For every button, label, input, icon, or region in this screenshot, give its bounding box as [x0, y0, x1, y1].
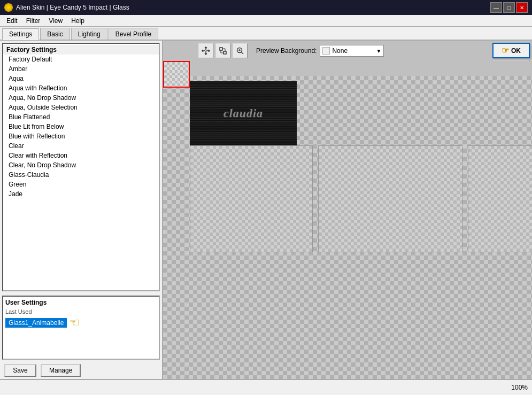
tab-lighting[interactable]: Lighting	[71, 28, 107, 40]
preview-thumbnail	[163, 61, 190, 88]
zoom-level: 100%	[511, 384, 528, 391]
title-controls: — □ ✕	[490, 2, 528, 13]
preview-bg-color-swatch	[322, 47, 330, 55]
ok-button[interactable]: ☞ OK	[492, 43, 530, 58]
preview-top-bar	[163, 61, 532, 76]
tab-basic[interactable]: Basic	[40, 28, 70, 40]
settings-item-blue-lit[interactable]: Blue Lit from Below	[3, 122, 159, 131]
settings-item-clear-no-drop[interactable]: Clear, No Drop Shadow	[3, 160, 159, 170]
preview-bg-value: None	[332, 47, 374, 55]
svg-line-3	[242, 52, 244, 55]
manage-button[interactable]: Manage	[41, 364, 81, 377]
settings-item-green[interactable]: Green	[3, 180, 159, 189]
menu-view[interactable]: View	[44, 16, 67, 26]
menu-bar: Edit Filter View Help	[0, 15, 532, 27]
left-panel: Factory Settings Factory Default Amber A…	[0, 41, 163, 379]
menu-edit[interactable]: Edit	[2, 16, 22, 26]
settings-item-aqua-reflection[interactable]: Aqua with Reflection	[3, 83, 159, 93]
user-settings-header: User Settings	[5, 299, 157, 306]
settings-item-blue-reflection[interactable]: Blue with Reflection	[3, 131, 159, 141]
maximize-button[interactable]: □	[503, 2, 515, 13]
zoom-icon[interactable]	[233, 43, 248, 58]
preview-box-left	[190, 145, 313, 252]
title-bar: Alien Skin | Eye Candy 5 Impact | Glass …	[0, 0, 532, 15]
tab-settings[interactable]: Settings	[2, 28, 39, 40]
center-preview-image: claudia	[190, 81, 297, 145]
user-settings-item[interactable]: Glass1_Animabelle	[5, 318, 67, 328]
settings-item-clear-reflection[interactable]: Clear with Reflection	[3, 151, 159, 160]
preview-bg-select[interactable]: None ▼	[320, 45, 384, 57]
minimize-button[interactable]: —	[490, 2, 502, 13]
svg-rect-1	[223, 51, 226, 54]
status-bar: 100%	[0, 379, 532, 395]
preview-canvas: claudia	[163, 76, 532, 379]
factory-settings-header: Factory Settings	[3, 45, 159, 55]
factory-settings-list[interactable]: Factory Settings Factory Default Amber A…	[2, 43, 160, 291]
save-button[interactable]: Save	[4, 364, 36, 377]
settings-item-aqua[interactable]: Aqua	[3, 74, 159, 83]
svg-rect-0	[220, 48, 222, 50]
user-settings-section: User Settings Last Used Glass1_Animabell…	[2, 296, 160, 360]
window-title: Alien Skin | Eye Candy 5 Impact | Glass	[16, 4, 129, 11]
close-button[interactable]: ✕	[516, 2, 528, 13]
tab-bar: Settings Basic Lighting Bevel Profile	[0, 27, 532, 41]
right-panel: Preview Background: None ▼ ☞ OK Cancel	[163, 41, 532, 379]
zoom-fit-icon[interactable]	[215, 43, 230, 58]
preview-bg-dropdown-icon: ▼	[376, 48, 381, 54]
bottom-buttons: Save Manage	[0, 362, 162, 379]
settings-item-blue-flattened[interactable]: Blue Flattened	[3, 112, 159, 122]
settings-item-factory-default[interactable]: Factory Default	[3, 55, 159, 64]
user-item-label: Glass1_Animabelle	[9, 319, 64, 327]
hand-pointer-icon: ☞	[69, 316, 80, 330]
settings-item-amber[interactable]: Amber	[3, 64, 159, 74]
menu-help[interactable]: Help	[67, 16, 89, 26]
user-settings-subheader: Last Used	[5, 308, 157, 315]
menu-filter[interactable]: Filter	[22, 16, 45, 26]
main-content: Factory Settings Factory Default Amber A…	[0, 41, 532, 379]
settings-item-aqua-no-drop[interactable]: Aqua, No Drop Shadow	[3, 93, 159, 103]
app-icon	[4, 3, 13, 12]
preview-box-center	[318, 145, 462, 252]
tab-bevel-profile[interactable]: Bevel Profile	[109, 28, 158, 40]
preview-area: claudia	[163, 61, 532, 379]
settings-item-glass-claudia[interactable]: Glass-Claudia	[3, 170, 159, 180]
preview-bg-label: Preview Background:	[256, 47, 317, 55]
settings-item-jade[interactable]: Jade	[3, 189, 159, 199]
preview-box-right	[468, 145, 532, 252]
pan-tool-icon[interactable]	[198, 43, 213, 58]
settings-item-aqua-outside[interactable]: Aqua, Outside Selection	[3, 103, 159, 112]
settings-item-clear[interactable]: Clear	[3, 141, 159, 151]
